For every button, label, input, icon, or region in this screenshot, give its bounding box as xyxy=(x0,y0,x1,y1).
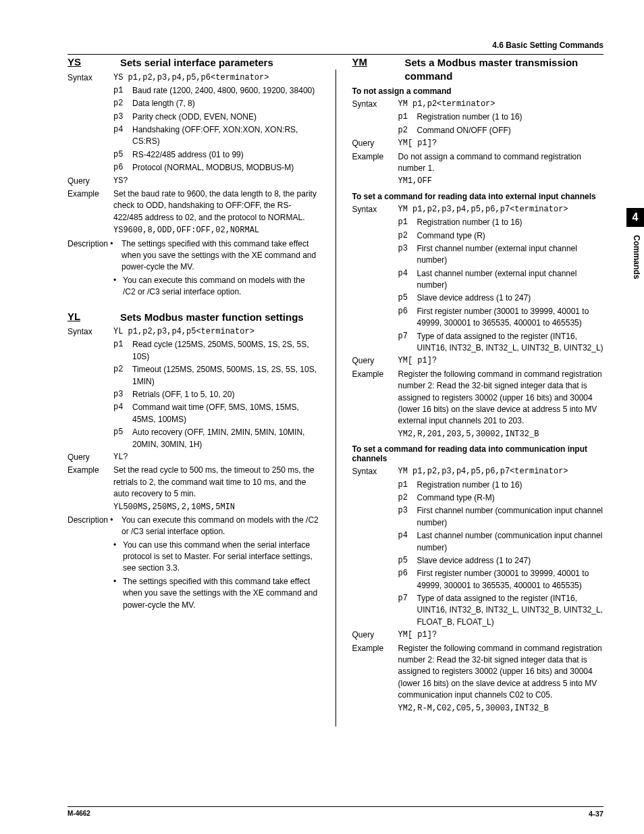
manual-number: M-4662 xyxy=(68,810,90,818)
ys-example-code: YS9600,8,ODD,OFF:OFF,02,NORMAL xyxy=(113,225,319,236)
page: 4.6 Basic Setting Commands YS Sets seria… xyxy=(0,0,644,834)
ym-sec2-head: To set a command for reading data into e… xyxy=(352,192,604,201)
yl-desc3: The settings specified with this command… xyxy=(123,576,319,611)
yl-block: YL Sets Modbus master function settings … xyxy=(68,311,319,611)
ys-desc1: The settings specified with this command… xyxy=(122,238,319,273)
section-header: 4.6 Basic Setting Commands xyxy=(68,41,603,50)
page-number: 4-37 xyxy=(589,810,603,818)
ys-syntax: YS p1,p2,p3,p4,p5,p6<terminator> xyxy=(113,72,319,84)
yl-query: YL? xyxy=(113,452,319,463)
example-label: Example xyxy=(68,188,113,200)
ym-sec3-head: To set a command for reading data into c… xyxy=(352,444,604,463)
ym-title: Sets a Modbus master transmission comman… xyxy=(405,56,604,82)
page-footer: M-4662 4-37 xyxy=(68,806,603,818)
query-label: Query xyxy=(68,176,113,187)
two-column-layout: YS Sets serial interface parameters Synt… xyxy=(68,56,603,727)
column-divider xyxy=(336,70,336,727)
yl-params: p1Read cycle (125MS, 250MS, 500MS, 1S, 2… xyxy=(113,339,319,450)
header-rule xyxy=(68,54,603,55)
yl-desc2: You can use this command when the serial… xyxy=(123,540,319,575)
chapter-label: Commands xyxy=(632,235,641,279)
yl-syntax: YL p1,p2,p3,p4,p5<terminator> xyxy=(113,326,319,338)
ys-query: YS? xyxy=(113,176,319,187)
ym-name: YM xyxy=(352,56,393,68)
ys-title: Sets serial interface parameters xyxy=(120,56,273,70)
ys-block: YS Sets serial interface parameters Synt… xyxy=(68,56,319,298)
syntax-label: Syntax xyxy=(68,72,113,84)
right-column: YM Sets a Modbus master transmission com… xyxy=(352,56,604,727)
yl-name: YL xyxy=(68,311,108,322)
yl-example-text: Set the read cycle to 500 ms, the timeou… xyxy=(113,465,319,500)
desc-label: Description • xyxy=(68,238,122,250)
ys-name: YS xyxy=(68,56,108,68)
chapter-tab: 4 xyxy=(626,208,644,227)
ym-sec1-head: To not assign a command xyxy=(352,86,604,96)
yl-title: Sets Modbus master function settings xyxy=(120,311,304,324)
ym-block: YM Sets a Modbus master transmission com… xyxy=(352,56,604,714)
ys-params: p1Baud rate (1200, 2400, 4800, 9600, 192… xyxy=(113,85,319,174)
yl-example-code: YL500MS,250MS,2,10MS,5MIN xyxy=(113,502,319,513)
ys-example-text: Set the baud rate to 9600, the data leng… xyxy=(113,188,319,224)
left-column: YS Sets serial interface parameters Synt… xyxy=(68,56,319,727)
yl-desc1: You can execute this command on models w… xyxy=(122,515,319,538)
ys-desc2: You can execute this command on models w… xyxy=(123,275,319,298)
